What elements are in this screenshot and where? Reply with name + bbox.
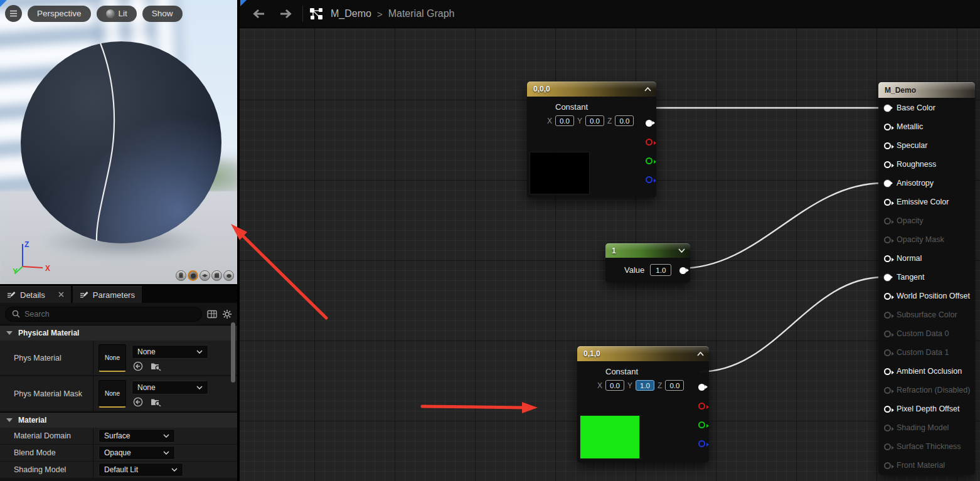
material-pin-icon[interactable] <box>884 425 891 431</box>
collapse-chevron-up-icon[interactable] <box>697 352 704 356</box>
material-pin-icon[interactable] <box>884 312 891 319</box>
material-pin-row[interactable]: Custom Data 0 <box>878 324 975 343</box>
section-physical-material[interactable]: Physical Material <box>0 325 237 341</box>
material-pin-icon[interactable] <box>884 293 891 300</box>
output-pin-rgb[interactable] <box>646 120 652 127</box>
material-pin-icon[interactable] <box>884 161 891 168</box>
node-constant-010[interactable]: 0,1,0 Constant X 0.0 Y 1.0 Z 0.0 <box>577 346 709 463</box>
material-pin-row[interactable]: Base Color <box>878 98 975 117</box>
material-pin-row[interactable]: Ambient Occlusion <box>878 362 975 381</box>
node-header[interactable]: 0,0,0 <box>527 82 656 97</box>
material-pin-icon[interactable] <box>884 124 891 130</box>
shading-model-dropdown[interactable]: Default Lit <box>99 463 183 477</box>
browse-asset-icon[interactable] <box>151 397 161 406</box>
details-scrollbar[interactable] <box>231 322 235 383</box>
node-constant-scalar[interactable]: 1 Value 1.0 <box>605 243 690 283</box>
material-pin-row[interactable]: Opacity <box>878 211 975 230</box>
material-pin-icon[interactable] <box>884 105 891 112</box>
material-pin-row[interactable]: Custom Data 1 <box>878 343 975 362</box>
node-material-output[interactable]: M_Demo Base Color Metallic Specular Roug… <box>878 82 975 475</box>
output-pin-b[interactable] <box>646 176 652 183</box>
material-graph-panel[interactable]: 0,0,0 Constant X 0.0 Y 0.0 Z 0.0 <box>240 0 980 481</box>
section-material[interactable]: Material <box>0 412 237 428</box>
perspective-button[interactable]: Perspective <box>28 6 91 22</box>
phys-mask-thumbnail[interactable]: None <box>99 380 126 408</box>
tab-details[interactable]: Details <box>0 286 71 303</box>
phys-mask-dropdown[interactable]: None <box>132 381 208 394</box>
node-header[interactable]: M_Demo <box>878 82 975 98</box>
material-pin-icon[interactable] <box>884 255 891 262</box>
nav-back-button[interactable] <box>247 8 270 19</box>
material-pin-row[interactable]: Anisotropy <box>878 174 975 193</box>
output-pin-g[interactable] <box>698 421 705 428</box>
node-constant-000[interactable]: 0,0,0 Constant X 0.0 Y 0.0 Z 0.0 <box>527 82 656 198</box>
output-pin-r[interactable] <box>698 403 705 410</box>
browse-asset-icon[interactable] <box>151 361 161 371</box>
material-pin-row[interactable]: Subsurface Color <box>878 305 975 324</box>
collapse-chevron-down-icon[interactable] <box>678 248 685 253</box>
shape-cube-button[interactable] <box>211 270 222 281</box>
material-pin-icon[interactable] <box>884 462 891 469</box>
preview-sphere[interactable] <box>21 41 221 243</box>
output-pin-r[interactable] <box>646 139 652 145</box>
material-pin-row[interactable]: Surface Thickness <box>878 437 975 456</box>
material-pin-icon[interactable] <box>884 218 891 225</box>
material-pin-icon[interactable] <box>884 330 891 337</box>
material-pin-row[interactable]: Metallic <box>878 117 975 136</box>
y-value-field[interactable]: 0.0 <box>585 115 604 126</box>
material-pin-icon[interactable] <box>884 180 891 187</box>
material-pin-icon[interactable] <box>884 199 891 206</box>
material-pin-row[interactable]: Pixel Depth Offset <box>878 399 975 418</box>
display-options-icon[interactable] <box>207 310 217 319</box>
tab-close-icon[interactable] <box>58 290 64 299</box>
material-pin-row[interactable]: Specular <box>878 136 975 155</box>
output-pin-rgb[interactable] <box>698 384 705 391</box>
output-pin-value[interactable] <box>679 267 686 274</box>
material-pin-row[interactable]: Emissive Color <box>878 193 975 211</box>
use-selected-asset-icon[interactable] <box>133 361 143 371</box>
material-pin-icon[interactable] <box>884 274 891 281</box>
blend-mode-dropdown[interactable]: Opaque <box>99 446 175 460</box>
material-domain-dropdown[interactable]: Surface <box>99 429 175 443</box>
z-value-field[interactable]: 0.0 <box>615 115 634 126</box>
material-pin-icon[interactable] <box>884 443 891 450</box>
preview-viewport[interactable]: Perspective Lit Show Z X Y <box>0 0 237 284</box>
settings-gear-icon[interactable] <box>222 309 232 319</box>
shape-cylinder-button[interactable] <box>176 270 186 281</box>
x-value-field[interactable]: 0.0 <box>555 115 574 126</box>
material-pin-icon[interactable] <box>884 349 891 356</box>
material-pin-row[interactable]: Front Material <box>878 456 975 475</box>
node-header[interactable]: 0,1,0 <box>577 346 709 361</box>
z-value-field[interactable]: 0.0 <box>665 380 684 391</box>
nav-forward-button[interactable] <box>275 8 297 19</box>
output-pin-g[interactable] <box>646 157 652 164</box>
y-value-field-selected[interactable]: 1.0 <box>636 380 654 391</box>
viewport-menu-button[interactable] <box>5 5 22 22</box>
material-pin-icon[interactable] <box>884 236 891 243</box>
value-field[interactable]: 1.0 <box>650 264 671 276</box>
material-pin-row[interactable]: Tangent <box>878 268 975 287</box>
tab-parameters[interactable]: Parameters <box>73 286 142 303</box>
phys-material-dropdown[interactable]: None <box>132 345 208 359</box>
material-pin-icon[interactable] <box>884 368 891 375</box>
material-pin-row[interactable]: Opacity Mask <box>878 230 975 249</box>
phys-material-thumbnail[interactable]: None <box>99 344 126 372</box>
output-pin-b[interactable] <box>698 440 705 447</box>
material-pin-icon[interactable] <box>884 406 891 413</box>
lit-mode-button[interactable]: Lit <box>97 6 137 22</box>
breadcrumb-asset[interactable]: M_Demo <box>331 8 371 19</box>
material-pin-row[interactable]: Refraction (Disabled) <box>878 381 975 399</box>
shape-sphere-button[interactable] <box>188 270 198 281</box>
x-value-field[interactable]: 0.0 <box>605 380 624 391</box>
use-selected-asset-icon[interactable] <box>133 397 143 407</box>
material-pin-icon[interactable] <box>884 387 891 394</box>
shape-plane-button[interactable] <box>200 270 210 281</box>
material-pin-row[interactable]: Shading Model <box>878 418 975 437</box>
search-box[interactable] <box>5 307 202 322</box>
node-header[interactable]: 1 <box>605 243 690 258</box>
material-pin-row[interactable]: Roughness <box>878 155 975 174</box>
show-button[interactable]: Show <box>142 6 183 22</box>
shape-mesh-button[interactable] <box>223 270 234 281</box>
material-pin-row[interactable]: World Position Offset <box>878 287 975 305</box>
search-input[interactable] <box>24 310 195 319</box>
